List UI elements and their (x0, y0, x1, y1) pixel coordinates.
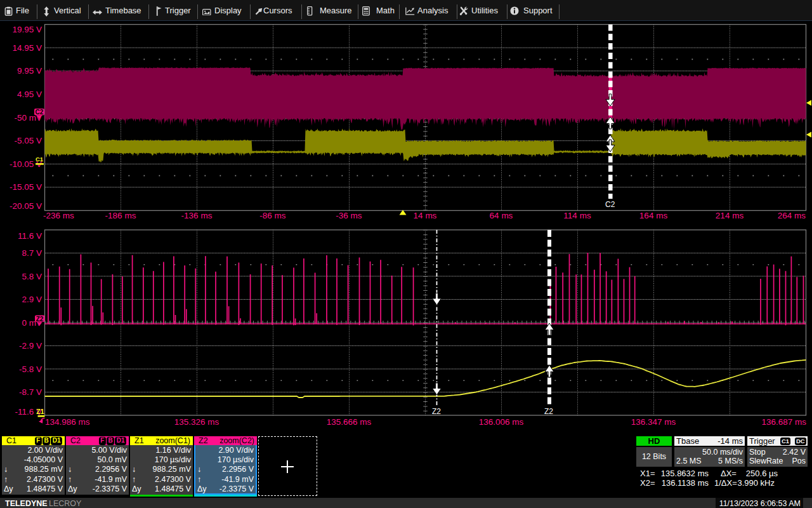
svg-text:136.347 ms: 136.347 ms (631, 417, 676, 427)
svg-text:134.986 ms: 134.986 ms (45, 417, 90, 427)
svg-text:8.7 V: 8.7 V (22, 248, 42, 258)
svg-text:264 ms: 264 ms (778, 211, 806, 220)
svg-text:-2.9 V: -2.9 V (19, 341, 42, 351)
svg-text:-36 ms: -36 ms (336, 211, 362, 220)
svg-text:-236 ms: -236 ms (43, 211, 74, 220)
svg-text:135.666 ms: 135.666 ms (327, 417, 372, 427)
svg-text:64 ms: 64 ms (490, 211, 513, 220)
svg-text:-86 ms: -86 ms (259, 211, 286, 220)
svg-text:9.95 V: 9.95 V (17, 66, 42, 76)
svg-text:C1: C1 (36, 156, 44, 163)
svg-text:Z2: Z2 (432, 407, 441, 416)
svg-text:-15.05 V: -15.05 V (10, 182, 42, 192)
svg-text:-5.05 V: -5.05 V (14, 136, 42, 145)
svg-text:Z2: Z2 (36, 316, 44, 323)
svg-text:164 ms: 164 ms (639, 211, 668, 220)
svg-text:C2: C2 (36, 109, 44, 116)
svg-text:14.95 V: 14.95 V (12, 43, 42, 53)
svg-text:2.9 V: 2.9 V (22, 295, 42, 304)
svg-text:136.006 ms: 136.006 ms (479, 417, 524, 427)
svg-text:Z2: Z2 (544, 407, 553, 416)
svg-text:-20.05 V: -20.05 V (10, 201, 42, 211)
svg-text:-186 ms: -186 ms (105, 211, 136, 220)
svg-text:4.95 V: 4.95 V (17, 90, 42, 99)
svg-text:-8.7 V: -8.7 V (19, 387, 42, 397)
svg-text:19.95 V: 19.95 V (12, 25, 42, 34)
svg-text:214 ms: 214 ms (716, 211, 744, 220)
svg-text:-136 ms: -136 ms (181, 211, 213, 220)
svg-text:Z1: Z1 (36, 408, 44, 415)
svg-text:-5.8 V: -5.8 V (19, 364, 42, 374)
svg-text:114 ms: 114 ms (563, 211, 591, 220)
svg-text:136.687 ms: 136.687 ms (761, 417, 806, 427)
svg-text:135.326 ms: 135.326 ms (174, 417, 219, 427)
svg-text:C2: C2 (605, 200, 615, 209)
svg-text:11.6 V: 11.6 V (18, 231, 42, 241)
svg-text:14 ms: 14 ms (414, 211, 437, 220)
svg-text:5.8 V: 5.8 V (22, 272, 42, 281)
